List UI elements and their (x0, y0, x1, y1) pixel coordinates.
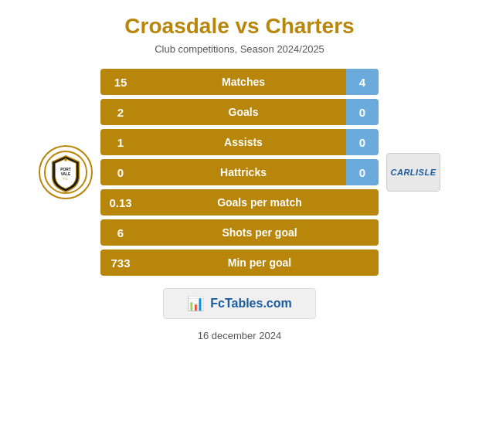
stat-left-goals: 2 (100, 99, 141, 125)
stat-label-assists: Assists (141, 129, 346, 155)
stat-right-hattricks: 0 (346, 159, 379, 185)
footer-date: 16 december 2024 (198, 330, 281, 341)
carlisle-logo: CARLISLE (386, 153, 440, 192)
stat-row-shots-per-goal: 6 Shots per goal (100, 219, 379, 246)
stat-row-assists: 1 Assists 0 (100, 129, 379, 155)
stat-label-min-per-goal: Min per goal (141, 249, 379, 276)
main-section: PORT VALE F.C. 15 Matches 4 2 Goals 0 (8, 69, 471, 276)
stat-label-goals-per-match: Goals per match (141, 189, 379, 216)
stat-right-assists: 0 (346, 129, 379, 155)
stat-label-goals: Goals (141, 99, 346, 125)
stat-right-goals: 0 (346, 99, 379, 125)
left-logo-container: PORT VALE F.C. (31, 145, 100, 199)
stat-left-matches: 15 (100, 69, 141, 95)
stat-row-min-per-goal: 733 Min per goal (100, 249, 379, 276)
stat-label-shots-per-goal: Shots per goal (141, 219, 379, 246)
stat-row-goals-per-match: 0.13 Goals per match (100, 189, 379, 216)
port-vale-logo: PORT VALE F.C. (39, 145, 93, 199)
stat-left-goals-per-match: 0.13 (100, 189, 141, 216)
stat-left-min-per-goal: 733 (100, 249, 141, 276)
stat-row-matches: 15 Matches 4 (100, 69, 379, 95)
fctables-icon: 📊 (187, 295, 204, 312)
stat-left-assists: 1 (100, 129, 141, 155)
stat-left-hattricks: 0 (100, 159, 141, 185)
stat-left-shots-per-goal: 6 (100, 219, 141, 246)
stats-section: 15 Matches 4 2 Goals 0 1 Assists 0 0 Hat… (100, 69, 379, 276)
page-title: Croasdale vs Charters (124, 14, 354, 39)
svg-text:VALE: VALE (61, 172, 71, 176)
stat-right-matches: 4 (346, 69, 379, 95)
svg-text:PORT: PORT (60, 168, 70, 171)
stat-row-goals: 2 Goals 0 (100, 99, 379, 125)
stat-label-hattricks: Hattricks (141, 159, 346, 185)
svg-text:F.C.: F.C. (63, 178, 69, 181)
page-container: Croasdale vs Charters Club competitions,… (0, 0, 479, 448)
fctables-banner: 📊 FcTables.com (163, 288, 316, 319)
stat-row-hattricks: 0 Hattricks 0 (100, 159, 379, 185)
stat-label-matches: Matches (141, 69, 346, 95)
fctables-label: FcTables.com (210, 297, 292, 311)
right-logo-container: CARLISLE (379, 153, 448, 192)
page-subtitle: Club competitions, Season 2024/2025 (155, 43, 324, 55)
